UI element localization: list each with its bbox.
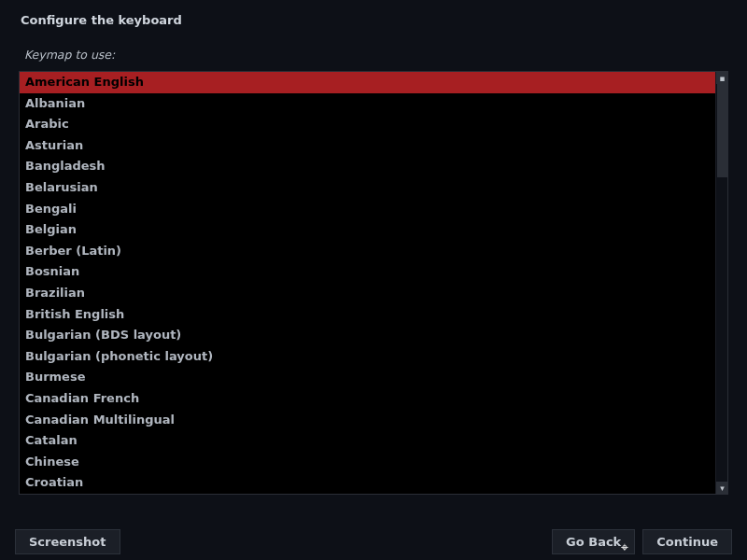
list-item[interactable]: Bosnian [20, 261, 715, 283]
list-item[interactable]: American English [20, 72, 715, 93]
footer: Screenshot Go Back Continue [0, 523, 747, 560]
list-item[interactable]: Arabic [20, 114, 715, 135]
list-item[interactable]: Chinese [20, 452, 715, 473]
scroll-thumb[interactable] [717, 84, 727, 177]
scrollbar[interactable]: ▪ ▾ [715, 72, 727, 494]
list-item[interactable]: Bulgarian (BDS layout) [20, 325, 715, 346]
list-item[interactable]: Croatian [20, 472, 715, 494]
list-item[interactable]: Catalan [20, 430, 715, 452]
list-item[interactable]: Belgian [20, 219, 715, 241]
list-item[interactable]: Berber (Latin) [20, 241, 715, 262]
list-item[interactable]: Albanian [20, 93, 715, 115]
list-item[interactable]: Canadian French [20, 388, 715, 410]
list-item[interactable]: Bangladesh [20, 156, 715, 177]
screenshot-button[interactable]: Screenshot [15, 529, 120, 554]
list-item[interactable]: British English [20, 304, 715, 326]
continue-button[interactable]: Continue [642, 529, 732, 554]
scroll-up-button[interactable]: ▪ [716, 72, 728, 84]
keymap-label: Keymap to use: [0, 35, 747, 67]
scroll-down-button[interactable]: ▾ [716, 482, 728, 494]
page-title: Configure the keyboard [0, 0, 747, 35]
list-item[interactable]: Bulgarian (phonetic layout) [20, 346, 715, 368]
keymap-listbox[interactable]: American EnglishAlbanianArabicAsturianBa… [19, 71, 728, 495]
list-item[interactable]: Burmese [20, 367, 715, 388]
list-item[interactable]: Bengali [20, 199, 715, 220]
go-back-button[interactable]: Go Back [552, 529, 635, 554]
list-item[interactable]: Belarusian [20, 177, 715, 199]
list-item[interactable]: Brazilian [20, 283, 715, 304]
list-item[interactable]: Canadian Multilingual [20, 410, 715, 431]
list-item[interactable]: Asturian [20, 135, 715, 157]
